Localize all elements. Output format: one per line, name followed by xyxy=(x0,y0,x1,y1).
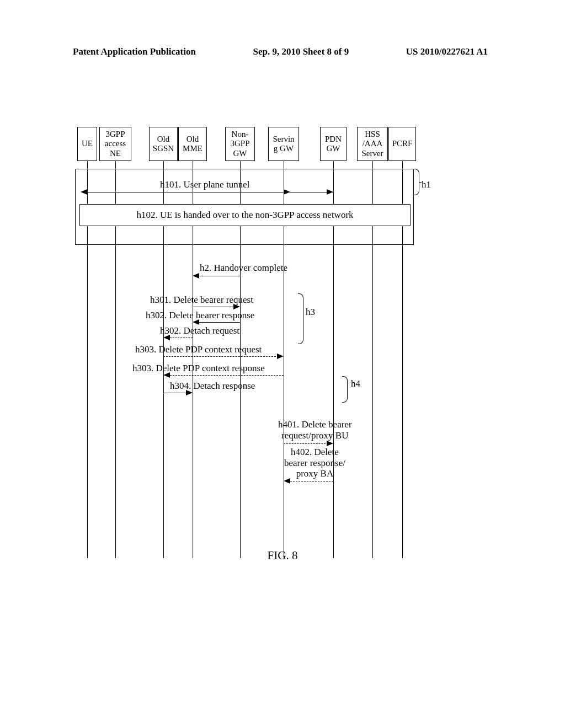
msg-h304: h304. Detach response xyxy=(170,381,255,392)
msg-h302b: h302. Detach request xyxy=(160,325,239,336)
curve-h3 xyxy=(298,293,303,344)
arrow-h401 xyxy=(284,443,328,444)
page-header: Patent Application Publication Sep. 9, 2… xyxy=(0,46,565,57)
arrow-h304 xyxy=(163,393,188,393)
arrow-h303a xyxy=(163,356,279,357)
annot-h3: h3 xyxy=(306,307,315,318)
arrow-head-h303a xyxy=(277,354,284,359)
arrow-head-h2 xyxy=(193,273,199,279)
entity-box: UE xyxy=(77,127,97,161)
arrow-h2 xyxy=(199,276,240,276)
arrow-head-h301 xyxy=(233,304,240,309)
header-right: US 2010/0227621 A1 xyxy=(406,46,488,57)
arrow-head-h101b-right xyxy=(327,189,333,195)
arrow-head-h101a-left xyxy=(81,189,87,195)
entity-box: HSS /AAA Server xyxy=(357,127,388,161)
entity-box: Non- 3GPP GW xyxy=(225,127,255,161)
entity-box: PCRF xyxy=(388,127,416,161)
entity-box: Old SGSN xyxy=(149,127,178,161)
msg-h303b: h303. Delete PDP context response xyxy=(132,363,265,374)
annot-h1: h1 xyxy=(422,179,431,190)
arrow-head-h302a xyxy=(193,319,199,325)
arrow-head-h304 xyxy=(186,390,193,395)
msg-h101: h101. User plane tunnel xyxy=(160,179,249,190)
msg-h401: h401. Delete bearer request/proxy BU xyxy=(278,419,352,441)
msg-h2: h2. Handover complete xyxy=(200,263,287,274)
sequence-diagram: UE3GPP access NEOld SGSNOld MMENon- 3GPP… xyxy=(77,127,475,568)
text-h102: h102. UE is handed over to the non-3GPP … xyxy=(136,210,353,221)
msg-h302a: h302. Delete bearer response xyxy=(146,310,254,321)
figure-caption: FIG. 8 xyxy=(0,549,565,563)
msg-h402: h402. Delete bearer response/ proxy BA xyxy=(284,447,345,479)
header-left: Patent Application Publication xyxy=(73,46,196,57)
arrow-h101a xyxy=(87,192,284,192)
arrow-h101b xyxy=(284,192,333,192)
msg-h303a: h303. Delete PDP context request xyxy=(135,344,262,355)
arrow-h302a xyxy=(199,322,240,323)
arrow-h302b xyxy=(170,338,193,338)
curve-h1 xyxy=(414,169,419,195)
entity-box: Servin g GW xyxy=(268,127,299,161)
entity-box: Old MME xyxy=(178,127,207,161)
arrow-h402 xyxy=(290,481,333,481)
annot-h4: h4 xyxy=(351,378,360,389)
arrow-head-h302b xyxy=(163,335,170,340)
arrow-head-h402 xyxy=(284,478,290,484)
arrow-h301 xyxy=(193,307,236,307)
arrow-head-h401 xyxy=(327,441,333,446)
header-center: Sep. 9, 2010 Sheet 8 of 9 xyxy=(253,46,349,57)
arrow-head-h303b xyxy=(163,372,170,378)
entity-box: 3GPP access NE xyxy=(99,127,131,161)
curve-h4 xyxy=(342,376,348,403)
box-h102: h102. UE is handed over to the non-3GPP … xyxy=(79,204,411,226)
arrow-h303b xyxy=(170,375,284,376)
curve-stem-h1 xyxy=(419,182,422,183)
entity-box: PDN GW xyxy=(320,127,347,161)
